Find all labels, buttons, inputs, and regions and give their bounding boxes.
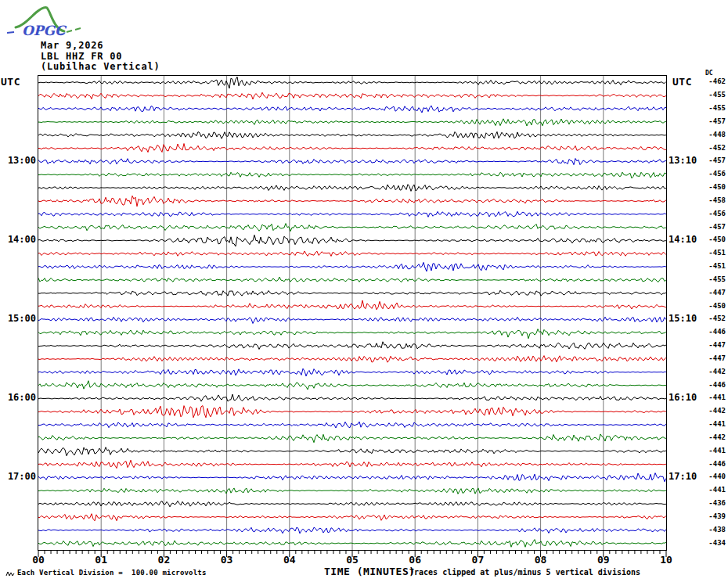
dc-offset-value: -456 [687,170,726,178]
dc-offset-value: -442 [687,368,726,376]
dc-offset-value: -450 [687,302,726,311]
dc-offset-value: -448 [687,131,726,139]
dc-offset-value: -446 [687,460,726,469]
dc-offset-value: -439 [687,512,726,521]
x-tick-label-02: 02 [153,554,175,566]
dc-offset-value: -440 [687,472,726,481]
dc-offset-value: -450 [687,235,726,244]
x-tick-label-06: 06 [404,554,426,566]
left-hour-label: 14:00 [0,234,36,245]
helicorder-plot-area [38,75,667,551]
dc-offset-value: -442 [687,407,726,415]
dc-offset-value: -458 [687,196,726,205]
dc-offset-value: -447 [687,341,726,350]
x-tick-label-05: 05 [341,554,363,566]
x-tick-label-09: 09 [593,554,614,566]
left-hour-label: 16:00 [0,392,36,403]
dc-offset-value: -452 [687,144,726,153]
dc-offset-value: -447 [687,354,726,363]
opgc-logo: OPGC [5,2,91,40]
dc-offset-value: -441 [687,447,726,455]
dc-offset-value: -436 [687,499,726,508]
dc-offset-value: -462 [687,77,726,86]
dc-offset-value: -456 [687,210,726,218]
station-name: (Lubilhac Vertical) [41,61,160,72]
dc-offset-value: -452 [687,314,726,323]
left-hour-label: 17:00 [0,471,36,482]
x-tick-label-00: 00 [27,554,49,566]
dc-offset-value: -451 [687,249,726,257]
dc-offset-value: -451 [687,262,726,271]
wiggle-icon [5,570,15,577]
left-hour-label: 15:00 [0,313,36,324]
dc-offset-value: -434 [687,539,726,548]
x-tick-label-07: 07 [467,554,488,566]
x-tick-label-08: 08 [530,554,552,566]
plot-date: Mar 9,2026 [41,40,103,51]
clip-note: Traces clipped at plus/minus 5 vertical … [409,568,640,577]
dc-offset-value: -457 [687,117,726,126]
dc-offset-value: -455 [687,91,726,99]
utc-header-left: UTC [1,76,20,88]
dc-offset-value: -441 [687,420,726,429]
dc-offset-value: -447 [687,289,726,297]
station-code: LBL HHZ FR 00 [41,51,122,62]
x-axis-title: TIME (MINUTES) [324,566,416,577]
opgc-logo-graphic: OPGC [5,2,91,40]
dc-header: DC [705,70,713,77]
dc-offset-value: -455 [687,104,726,113]
seismogram-traces [38,76,666,550]
dc-offset-value: -457 [687,223,726,232]
x-tick-label-04: 04 [279,554,301,566]
dc-offset-value: -450 [687,183,726,192]
dc-offset-value: -438 [687,526,726,534]
x-tick-label-10: 10 [655,554,677,566]
dc-offset-value: -442 [687,433,726,442]
left-hour-label: 13:00 [0,155,36,166]
opgc-logo-text: OPGC [22,23,67,38]
vertical-division-note: Each Vertical Division = 100.00 microvol… [17,569,207,577]
dc-offset-value: -457 [687,156,726,165]
x-tick-label-03: 03 [216,554,238,566]
helicorder-page: OPGC Mar 9,2026 LBL HHZ FR 00 (Lubilhac … [0,0,728,582]
x-tick-label-01: 01 [90,554,112,566]
dc-offset-value: -455 [687,275,726,284]
dc-offset-value: -446 [687,381,726,390]
dc-offset-value: -446 [687,328,726,336]
dc-offset-value: -441 [687,486,726,494]
dc-offset-value: -441 [687,393,726,402]
